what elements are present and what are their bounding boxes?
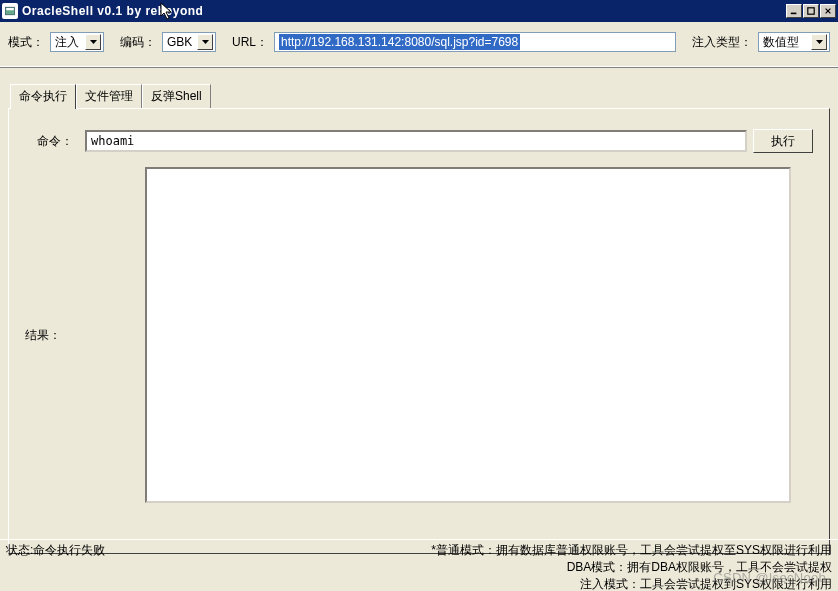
url-label: URL：: [232, 34, 268, 51]
encoding-value: GBK: [167, 35, 195, 49]
svg-rect-3: [808, 8, 814, 14]
mode-value: 注入: [55, 34, 83, 51]
close-button[interactable]: [820, 4, 836, 18]
inject-type-label: 注入类型：: [692, 34, 752, 51]
chevron-down-icon: [85, 34, 101, 50]
result-textarea[interactable]: [145, 167, 791, 503]
maximize-button[interactable]: [803, 4, 819, 18]
encoding-label: 编码：: [120, 34, 156, 51]
chevron-down-icon: [197, 34, 213, 50]
command-input[interactable]: whoami: [85, 130, 747, 152]
url-value: http://192.168.131.142:8080/sql.jsp?id=7…: [279, 34, 520, 50]
hint-line: *普通模式：拥有数据库普通权限账号，工具会尝试提权至SYS权限进行利用: [431, 542, 832, 559]
window-titlebar: OracleShell v0.1 by rebeyond: [0, 0, 838, 22]
svg-rect-2: [791, 13, 797, 15]
hint-line: 注入模式：工具会尝试提权到SYS权限进行利用: [431, 576, 832, 591]
status-bar: 状态:命令执行失败 *普通模式：拥有数据库普通权限账号，工具会尝试提权至SYS权…: [0, 539, 838, 591]
tab-file-manage[interactable]: 文件管理: [76, 84, 142, 108]
tab-reverse-shell[interactable]: 反弹Shell: [142, 84, 211, 108]
status-text: 状态:命令执行失败: [6, 542, 105, 589]
chevron-down-icon: [811, 34, 827, 50]
tab-panel: 命令： whoami 执行 结果：: [8, 108, 830, 554]
svg-rect-1: [6, 8, 14, 10]
result-label: 结果：: [25, 167, 125, 503]
status-hints: *普通模式：拥有数据库普通权限账号，工具会尝试提权至SYS权限进行利用 DBA模…: [431, 542, 832, 589]
window-title: OracleShell v0.1 by rebeyond: [22, 4, 786, 18]
mode-dropdown[interactable]: 注入: [50, 32, 104, 52]
command-value: whoami: [91, 134, 134, 148]
mode-label: 模式：: [8, 34, 44, 51]
inject-type-value: 数值型: [763, 34, 809, 51]
execute-button[interactable]: 执行: [753, 129, 813, 153]
inject-type-dropdown[interactable]: 数值型: [758, 32, 830, 52]
tab-bar: 命令执行 文件管理 反弹Shell: [10, 82, 830, 108]
command-label: 命令：: [25, 133, 79, 150]
toolbar: 模式： 注入 编码： GBK URL： http://192.168.131.1…: [0, 22, 838, 67]
encoding-dropdown[interactable]: GBK: [162, 32, 216, 52]
tab-cmd-exec[interactable]: 命令执行: [10, 84, 76, 109]
url-input[interactable]: http://192.168.131.142:8080/sql.jsp?id=7…: [274, 32, 676, 52]
hint-line: DBA模式：拥有DBA权限账号，工具不会尝试提权: [431, 559, 832, 576]
app-icon: [2, 3, 18, 19]
main-content: 命令执行 文件管理 反弹Shell 命令： whoami 执行 结果：: [0, 68, 838, 558]
minimize-button[interactable]: [786, 4, 802, 18]
